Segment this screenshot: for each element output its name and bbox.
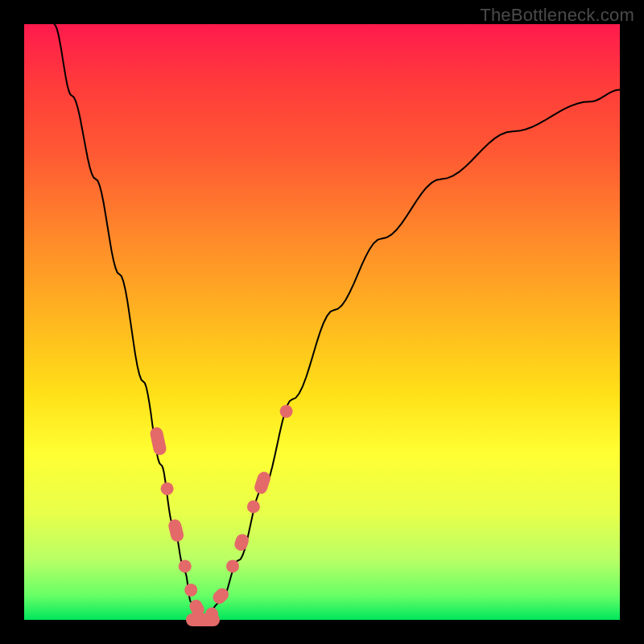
marker-pill [149, 426, 167, 456]
marker-dot [179, 559, 192, 572]
marker-dot [280, 405, 293, 418]
chart-svg [24, 24, 620, 620]
marker-dot [247, 500, 260, 513]
marker-dot [226, 559, 239, 572]
bottleneck-curve [54, 24, 620, 620]
marker-dot [205, 608, 218, 621]
chart-frame: TheBottleneck.com [0, 0, 644, 644]
marker-pill [167, 518, 185, 543]
marker-dot [184, 584, 197, 597]
watermark-text: TheBottleneck.com [480, 5, 634, 26]
marker-pill [253, 470, 272, 496]
marker-dot [161, 482, 174, 495]
